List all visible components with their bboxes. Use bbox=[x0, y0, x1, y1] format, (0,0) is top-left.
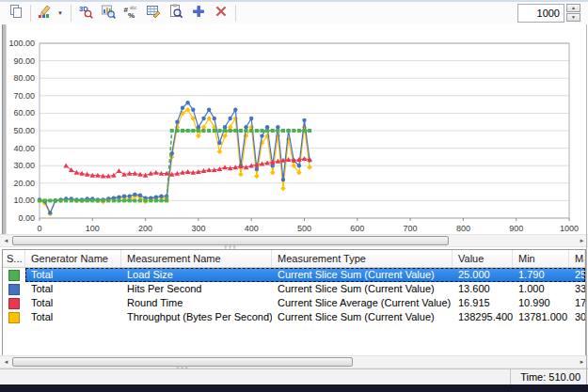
measurements-window: ▼ 3D #abc% ▲ ▼ bbox=[0, 0, 588, 392]
highlight-pen-icon bbox=[38, 4, 53, 23]
spin-up-button[interactable]: ▲ bbox=[566, 4, 580, 12]
cell-measurement-name: Round Time bbox=[121, 296, 272, 310]
svg-text:200: 200 bbox=[138, 224, 152, 233]
table-row[interactable]: TotalThroughput (Bytes Per Second)Curren… bbox=[3, 310, 585, 324]
cell-measurement-type: Current Slice Sum (Current Value) bbox=[272, 282, 453, 296]
svg-text:0.00: 0.00 bbox=[18, 213, 35, 223]
cell-max: 25.0 bbox=[569, 268, 585, 282]
svg-text:700: 700 bbox=[404, 224, 418, 233]
svg-text:30.00: 30.00 bbox=[13, 161, 35, 170]
preview-icon bbox=[168, 4, 183, 23]
table-row[interactable]: TotalHits Per SecondCurrent Slice Sum (C… bbox=[3, 282, 585, 296]
table-row[interactable]: TotalLoad SizeCurrent Slice Sum (Current… bbox=[3, 268, 585, 282]
spin-down-button[interactable]: ▼ bbox=[566, 13, 580, 22]
number-format-button[interactable]: #abc% bbox=[120, 3, 141, 24]
time-range-spinbox: ▲ ▼ bbox=[517, 4, 580, 23]
cell-generator-name: Total bbox=[25, 282, 121, 296]
header-generator-name[interactable]: Generator Name bbox=[25, 250, 121, 267]
time-range-input[interactable] bbox=[517, 4, 564, 23]
cell-max: 17.7 bbox=[569, 296, 585, 310]
cell-measurement-name: Throughput (Bytes Per Second) bbox=[121, 310, 272, 324]
toolbar-separator bbox=[30, 5, 31, 22]
zoom-chart-icon bbox=[101, 4, 116, 23]
header-measurement-type[interactable]: Measurement Type bbox=[272, 250, 453, 267]
svg-text:300: 300 bbox=[191, 224, 205, 233]
cell-measurement-type: Current Slice Sum (Current Value) bbox=[272, 310, 453, 324]
series-swatch-cell bbox=[3, 282, 25, 296]
svg-text:80.00: 80.00 bbox=[13, 73, 35, 83]
series-swatch-cell bbox=[3, 296, 25, 310]
table-header-row: S... Generator Name Measurement Name Mea… bbox=[3, 250, 585, 268]
cell-value: 13.600 bbox=[453, 282, 513, 296]
add-button[interactable] bbox=[188, 3, 209, 24]
cell-max: 33.3 bbox=[569, 282, 585, 296]
svg-text:20.00: 20.00 bbox=[13, 179, 35, 188]
chevron-down-icon: ▼ bbox=[57, 10, 63, 16]
svg-text:%: % bbox=[128, 11, 135, 20]
svg-text:60.00: 60.00 bbox=[13, 108, 35, 118]
toolbar-separator bbox=[235, 5, 236, 22]
copy-button[interactable] bbox=[6, 3, 26, 24]
svg-text:0: 0 bbox=[37, 224, 41, 233]
toolbar: ▼ 3D #abc% ▲ ▼ bbox=[0, 2, 588, 25]
svg-text:900: 900 bbox=[509, 224, 523, 233]
highlight-pen-dropdown[interactable]: ▼ bbox=[57, 3, 67, 24]
svg-text:100: 100 bbox=[86, 224, 100, 233]
header-measurement-name[interactable]: Measurement Name bbox=[121, 250, 272, 267]
chart-horizontal-scrollbar: ◄ III ► bbox=[0, 234, 588, 247]
svg-text:1000: 1000 bbox=[560, 224, 579, 233]
svg-text:10.00: 10.00 bbox=[13, 196, 35, 205]
window-right-edge bbox=[586, 24, 587, 384]
svg-text:abc: abc bbox=[130, 6, 137, 10]
cell-generator-name: Total bbox=[25, 268, 121, 282]
edit-grid-button[interactable] bbox=[143, 3, 164, 24]
table-scrollbar-thumb[interactable]: III bbox=[12, 357, 353, 367]
edit-grid-icon bbox=[146, 4, 161, 23]
window-bottom-edge bbox=[0, 384, 588, 392]
svg-text:90.00: 90.00 bbox=[13, 56, 35, 66]
chart-canvas: 100.0090.0080.0070.0060.0050.0040.0030.0… bbox=[0, 24, 588, 234]
status-bar: Time: 510.00 bbox=[0, 368, 588, 384]
toolbar-separator bbox=[71, 5, 72, 22]
table-row[interactable]: TotalRound TimeCurrent Slice Average (Cu… bbox=[3, 296, 585, 310]
header-series[interactable]: S... bbox=[3, 250, 25, 267]
svg-text:100.00: 100.00 bbox=[8, 39, 35, 48]
svg-text:600: 600 bbox=[350, 224, 364, 233]
series-color-swatch bbox=[8, 284, 20, 295]
chart-panel: 100.0090.0080.0070.0060.0050.0040.0030.0… bbox=[0, 24, 588, 247]
cell-value: 25.000 bbox=[453, 268, 513, 282]
scroll-left-arrow-icon[interactable]: ◄ bbox=[1, 236, 11, 245]
scroll-left-arrow-icon[interactable]: ◄ bbox=[1, 357, 11, 367]
header-value[interactable]: Value bbox=[453, 250, 513, 267]
preview-button[interactable] bbox=[166, 3, 186, 24]
svg-text:800: 800 bbox=[456, 224, 470, 233]
cell-min: 10.990 bbox=[513, 296, 569, 310]
add-icon bbox=[191, 4, 206, 23]
highlight-pen-button[interactable] bbox=[35, 3, 56, 24]
svg-text:70.00: 70.00 bbox=[13, 91, 35, 101]
cell-min: 1.000 bbox=[513, 282, 569, 296]
cell-generator-name: Total bbox=[25, 296, 121, 310]
series-color-swatch bbox=[8, 312, 20, 323]
delete-icon bbox=[214, 4, 229, 23]
cell-value: 16.915 bbox=[453, 296, 513, 310]
table-body: TotalLoad SizeCurrent Slice Sum (Current… bbox=[3, 268, 585, 324]
chart-scrollbar-thumb[interactable]: III bbox=[12, 236, 449, 245]
zoom-chart-button[interactable] bbox=[98, 3, 119, 24]
measurements-table: S... Generator Name Measurement Name Mea… bbox=[2, 249, 586, 355]
series-swatch-cell bbox=[3, 268, 25, 282]
zoom-3d-button[interactable]: 3D bbox=[75, 3, 96, 24]
table-horizontal-scrollbar: ◄ III ► bbox=[0, 355, 588, 368]
cell-max: 308 bbox=[569, 310, 585, 324]
svg-text:40.00: 40.00 bbox=[13, 144, 35, 153]
cell-measurement-name: Hits Per Second bbox=[121, 282, 272, 296]
cell-measurement-type: Current Slice Sum (Current Value) bbox=[272, 268, 453, 282]
series-color-swatch bbox=[8, 298, 20, 309]
delete-button[interactable] bbox=[211, 3, 231, 24]
header-max[interactable]: Max bbox=[569, 250, 585, 267]
svg-text:50.00: 50.00 bbox=[13, 126, 35, 135]
time-indicator: Time: 510.00 bbox=[510, 369, 586, 384]
header-min[interactable]: Min bbox=[513, 250, 569, 267]
zoom-3d-icon: 3D bbox=[78, 4, 93, 23]
cell-generator-name: Total bbox=[25, 310, 121, 324]
